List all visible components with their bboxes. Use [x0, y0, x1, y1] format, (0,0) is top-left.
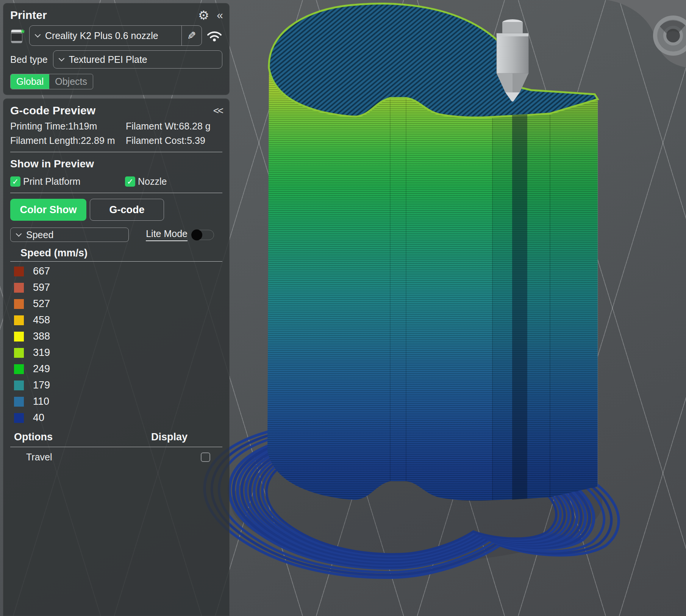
printer-panel: Printer ⚙ « * Creality K2 Plus 0.6 nozzl…: [3, 3, 230, 95]
legend-item: 667: [10, 263, 222, 279]
legend-swatch: [14, 315, 24, 325]
legend-item: 319: [10, 345, 222, 361]
print-platform-checkbox[interactable]: ✓: [10, 176, 20, 187]
legend-item: 40: [10, 410, 222, 426]
legend-item: 388: [10, 328, 222, 345]
nozzle-checkbox[interactable]: ✓: [125, 176, 135, 187]
gcode-button[interactable]: G-code: [90, 199, 164, 221]
legend-value: 388: [33, 331, 50, 342]
legend-swatch: [14, 299, 24, 309]
sidebar: Printer ⚙ « * Creality K2 Plus 0.6 nozzl…: [3, 3, 230, 616]
divider: [10, 261, 222, 262]
travel-checkbox[interactable]: [201, 452, 210, 462]
toggle-knob: [191, 229, 202, 240]
settings-gear-icon[interactable]: ⚙: [198, 9, 209, 22]
chevron-down-icon: [35, 31, 41, 37]
display-header: Display: [151, 431, 188, 443]
legend-value: 458: [33, 314, 50, 326]
legend-swatch: [14, 413, 24, 423]
legend-swatch: [14, 332, 24, 342]
printed-model-top-surface: [269, 3, 598, 117]
nozzle-label: Nozzle: [138, 176, 167, 187]
bed-type-select[interactable]: Textured PEI Plate: [53, 50, 222, 69]
collapse-section-icon[interactable]: <<: [213, 105, 222, 117]
legend-value: 597: [33, 282, 50, 293]
lite-mode-link[interactable]: Lite Mode: [146, 228, 188, 241]
chevron-down-icon: [58, 55, 64, 61]
options-header: Options: [14, 431, 53, 443]
printed-model-walls: [267, 68, 598, 501]
chevron-down-icon: [16, 231, 22, 237]
legend-value: 527: [33, 298, 50, 310]
check-icon: ✓: [12, 177, 19, 186]
color-show-button[interactable]: Color Show: [10, 199, 86, 221]
gcode-preview-title: G-code Preview: [10, 104, 95, 117]
legend-swatch: [14, 267, 24, 276]
divider: [10, 447, 222, 447]
bed-type-label: Bed type: [10, 54, 48, 65]
legend-value: 179: [33, 379, 50, 391]
printer-panel-title: Printer: [10, 9, 47, 22]
divider: [10, 152, 222, 152]
divider: [10, 193, 222, 193]
color-scheme-value: Speed: [26, 229, 53, 240]
legend-value: 40: [33, 412, 44, 424]
legend-item: 527: [10, 296, 222, 312]
scope-tabs: Global Objects: [10, 74, 93, 89]
legend-value: 110: [33, 396, 49, 407]
stat-filament-cost: Filament Cost:5.39: [126, 135, 222, 146]
color-scheme-select[interactable]: Speed: [10, 228, 129, 242]
model-slot-groove: [512, 114, 527, 500]
legend-item: 249: [10, 361, 222, 377]
printer-new-star-icon: *: [21, 28, 25, 38]
pencil-icon: ✎: [187, 30, 196, 42]
tab-global[interactable]: Global: [11, 74, 49, 89]
printer-select[interactable]: Creality K2 Plus 0.6 nozzle ✎: [29, 25, 202, 46]
legend-value: 249: [33, 363, 50, 375]
legend-swatch: [14, 381, 24, 390]
legend-item: 597: [10, 279, 222, 296]
lite-mode-toggle[interactable]: [191, 230, 214, 240]
legend-swatch: [14, 364, 24, 374]
speed-legend: 667 597 527 458 388 319: [10, 263, 222, 426]
gcode-preview-panel: G-code Preview << Printing Time:1h19m Fi…: [3, 98, 230, 616]
stat-filament-weight: Filament Wt:68.28 g: [126, 121, 222, 132]
legend-swatch: [14, 348, 24, 358]
printer-frame-corner: [607, 0, 686, 67]
collapse-panel-icon[interactable]: «: [217, 9, 222, 21]
legend-title: Speed (mm/s): [20, 247, 222, 259]
legend-value: 667: [33, 265, 50, 277]
legend-item: 179: [10, 377, 222, 393]
check-icon: ✓: [127, 177, 134, 186]
printer-select-value: Creality K2 Plus 0.6 nozzle: [45, 30, 181, 41]
edit-printer-button[interactable]: ✎: [182, 30, 202, 42]
legend-value: 319: [33, 347, 50, 359]
print-stats: Printing Time:1h19m Filament Wt:68.28 g …: [10, 121, 222, 146]
print-platform-label: Print Platform: [23, 176, 80, 187]
legend-item: 458: [10, 312, 222, 328]
travel-label: Travel: [26, 452, 52, 463]
legend-item: 110: [10, 393, 222, 410]
tab-objects[interactable]: Objects: [49, 74, 93, 89]
show-in-preview-title: Show in Preview: [10, 158, 222, 170]
legend-swatch: [14, 397, 24, 407]
legend-swatch: [14, 283, 24, 293]
stat-filament-length: Filament Length:22.89 m: [10, 135, 126, 146]
stat-printing-time: Printing Time:1h19m: [10, 121, 126, 132]
bed-type-value: Textured PEI Plate: [69, 54, 147, 65]
printer-device-icon: *: [10, 27, 25, 44]
wifi-icon[interactable]: [206, 30, 222, 42]
